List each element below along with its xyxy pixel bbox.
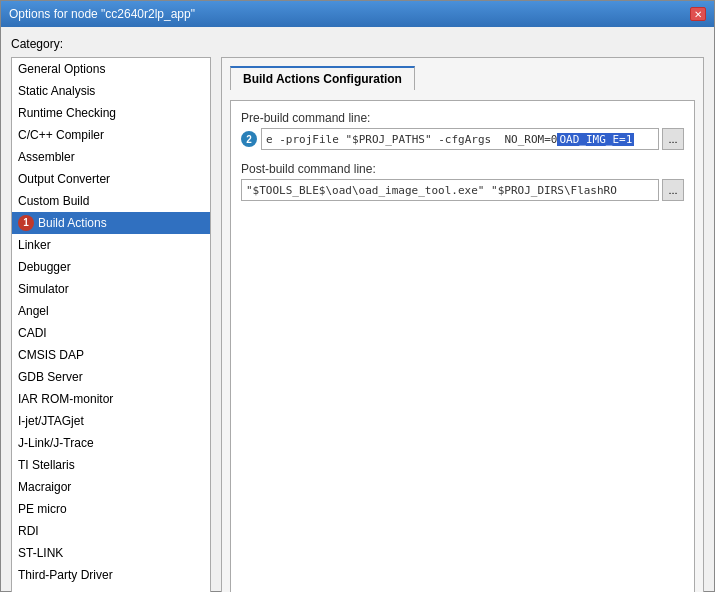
post-build-input[interactable]: "$TOOLS_BLE$\oad\oad_image_tool.exe" "$P… (241, 179, 659, 201)
pre-build-group: Pre-build command line: 2 e -projFile "$… (241, 111, 684, 150)
sidebar-item-rdi[interactable]: RDI (12, 520, 210, 542)
sidebar-item-ti-stellaris[interactable]: TI Stellaris (12, 454, 210, 476)
sidebar-item-custom-build[interactable]: Custom Build (12, 190, 210, 212)
sidebar-item-linker[interactable]: Linker (12, 234, 210, 256)
pre-build-browse-button[interactable]: ... (662, 128, 684, 150)
sidebar-item-cpp-compiler[interactable]: C/C++ Compiler (12, 124, 210, 146)
window-body: Category: General Options Static Analysi… (1, 27, 714, 592)
post-build-label: Post-build command line: (241, 162, 684, 176)
title-bar: Options for node "cc2640r2lp_app" ✕ (1, 1, 714, 27)
sidebar-item-debugger[interactable]: Debugger (12, 256, 210, 278)
pre-build-label: Pre-build command line: (241, 111, 684, 125)
sidebar-item-angel[interactable]: Angel (12, 300, 210, 322)
sidebar-item-build-actions[interactable]: 1 Build Actions (12, 212, 210, 234)
main-window: Options for node "cc2640r2lp_app" ✕ Cate… (0, 0, 715, 592)
sidebar-item-gdb-server[interactable]: GDB Server (12, 366, 210, 388)
sidebar-item-iar-rom-monitor[interactable]: IAR ROM-monitor (12, 388, 210, 410)
tab-label: Build Actions Configuration (243, 72, 402, 86)
build-actions-badge: 1 (18, 215, 34, 231)
sidebar-item-simulator[interactable]: Simulator (12, 278, 210, 300)
window-title: Options for node "cc2640r2lp_app" (9, 7, 195, 21)
sidebar-item-st-link[interactable]: ST-LINK (12, 542, 210, 564)
sidebar-item-pe-micro[interactable]: PE micro (12, 498, 210, 520)
sidebar-item-jlink-jtrace[interactable]: J-Link/J-Trace (12, 432, 210, 454)
sidebar-item-assembler[interactable]: Assembler (12, 146, 210, 168)
main-content: General Options Static Analysis Runtime … (11, 57, 704, 592)
sidebar-item-cadi[interactable]: CADI (12, 322, 210, 344)
sidebar-item-build-actions-label: Build Actions (38, 214, 107, 232)
tab-bar: Build Actions Configuration (230, 66, 695, 90)
tab-build-actions-configuration[interactable]: Build Actions Configuration (230, 66, 415, 90)
sidebar-item-runtime-checking[interactable]: Runtime Checking (12, 102, 210, 124)
category-label: Category: (11, 37, 704, 51)
sidebar-item-third-party-driver[interactable]: Third-Party Driver (12, 564, 210, 586)
post-build-browse-button[interactable]: ... (662, 179, 684, 201)
post-build-group: Post-build command line: "$TOOLS_BLE$\oa… (241, 162, 684, 201)
sidebar-item-static-analysis[interactable]: Static Analysis (12, 80, 210, 102)
pre-build-row: 2 e -projFile "$PROJ_PATHS" -cfgArgs NO_… (241, 128, 684, 150)
sidebar: General Options Static Analysis Runtime … (11, 57, 211, 592)
tab-content: Pre-build command line: 2 e -projFile "$… (230, 100, 695, 592)
post-build-row: "$TOOLS_BLE$\oad\oad_image_tool.exe" "$P… (241, 179, 684, 201)
pre-build-field-row: e -projFile "$PROJ_PATHS" -cfgArgs NO_RO… (261, 128, 684, 150)
pre-build-badge: 2 (241, 131, 257, 147)
pre-build-value-highlighted: OAD_IMG_E=1 (557, 133, 634, 146)
sidebar-item-macraigor[interactable]: Macraigor (12, 476, 210, 498)
pre-build-input[interactable]: e -projFile "$PROJ_PATHS" -cfgArgs NO_RO… (261, 128, 659, 150)
pre-build-value-before: e -projFile "$PROJ_PATHS" -cfgArgs NO_RO… (266, 133, 557, 146)
sidebar-item-general-options[interactable]: General Options (12, 58, 210, 80)
sidebar-item-ti-msp-fet[interactable]: TI MSP-FET (12, 586, 210, 592)
post-build-value: "$TOOLS_BLE$\oad\oad_image_tool.exe" "$P… (246, 184, 617, 197)
right-panel: Build Actions Configuration Pre-build co… (221, 57, 704, 592)
sidebar-item-ijet-jtagjet[interactable]: I-jet/JTAGjet (12, 410, 210, 432)
sidebar-item-cmsis-dap[interactable]: CMSIS DAP (12, 344, 210, 366)
close-button[interactable]: ✕ (690, 7, 706, 21)
sidebar-item-output-converter[interactable]: Output Converter (12, 168, 210, 190)
